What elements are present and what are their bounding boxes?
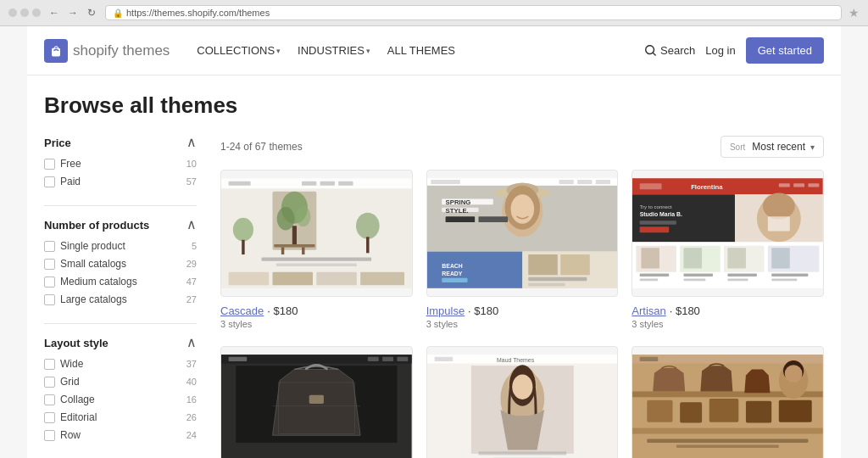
- svg-rect-118: [746, 401, 771, 423]
- page-title: Browse all themes: [44, 92, 824, 119]
- theme-price-cascade: · $180: [267, 304, 298, 317]
- svg-rect-120: [648, 439, 809, 443]
- svg-point-102: [512, 375, 532, 399]
- svg-point-9: [296, 206, 310, 226]
- filter-item-free[interactable]: Free 10: [44, 158, 197, 170]
- theme-name-cascade[interactable]: Cascade: [220, 304, 264, 317]
- filter-number-products-toggle: ∧: [186, 218, 197, 232]
- results-count: 1-24 of 67 themes: [220, 141, 303, 153]
- svg-rect-28: [577, 180, 592, 184]
- chevron-down-icon: ▾: [810, 142, 815, 152]
- theme-styles-cascade: 3 styles: [220, 319, 413, 329]
- theme-name-impulse[interactable]: Impulse: [426, 304, 465, 317]
- theme-preview-artisan: Florentina Try to connect Studio Maria B…: [632, 170, 824, 297]
- search-button[interactable]: Search: [645, 44, 695, 57]
- theme-card-bottom2[interactable]: Maud Themes: [426, 346, 619, 458]
- filter-checkbox-editorial[interactable]: [44, 412, 55, 423]
- filter-item-single[interactable]: Single product 5: [44, 240, 197, 252]
- filter-item-small[interactable]: Small catalogs 29: [44, 258, 197, 270]
- filter-item-row[interactable]: Row 24: [44, 429, 197, 441]
- svg-text:Florentina: Florentina: [691, 183, 723, 191]
- theme-card-bottom1[interactable]: [220, 346, 413, 458]
- theme-info-impulse: Impulse · $180 3 styles: [426, 297, 619, 332]
- address-bar[interactable]: 🔒 https://themes.shopify.com/themes: [105, 5, 842, 20]
- logo[interactable]: shopify themes: [44, 39, 170, 63]
- theme-styles-impulse: 3 styles: [426, 319, 619, 329]
- filter-number-products-header[interactable]: Number of products ∧: [44, 218, 197, 232]
- svg-rect-61: [640, 221, 676, 224]
- filter-checkbox-wide[interactable]: [44, 359, 55, 370]
- filter-checkbox-paid[interactable]: [44, 176, 55, 187]
- svg-rect-10: [292, 226, 297, 246]
- filter-checkbox-large[interactable]: [44, 294, 55, 305]
- svg-rect-96: [434, 357, 453, 361]
- maximize-button[interactable]: [32, 8, 41, 17]
- logo-icon: [44, 39, 68, 63]
- svg-rect-89: [397, 357, 408, 361]
- svg-rect-4: [320, 182, 335, 186]
- login-button[interactable]: Log in: [705, 44, 735, 57]
- sort-dropdown[interactable]: Sort Most recent ▾: [721, 136, 824, 158]
- svg-rect-47: [528, 254, 558, 275]
- filter-price-toggle: ∧: [186, 136, 197, 149]
- nav-link-collections[interactable]: COLLECTIONS ▾: [190, 41, 287, 60]
- svg-rect-12: [281, 247, 284, 254]
- svg-rect-27: [559, 180, 573, 184]
- svg-rect-58: [632, 194, 735, 242]
- svg-rect-11: [274, 244, 314, 247]
- svg-rect-19: [276, 263, 357, 265]
- filter-item-grid[interactable]: Grid 40: [44, 376, 197, 388]
- svg-rect-115: [648, 400, 673, 422]
- svg-rect-103: [478, 451, 566, 455]
- svg-text:SPRING: SPRING: [445, 198, 470, 206]
- filter-checkbox-free[interactable]: [44, 159, 55, 170]
- svg-rect-53: [640, 183, 662, 189]
- theme-card-artisan[interactable]: Florentina Try to connect Studio Maria B…: [632, 170, 824, 332]
- svg-rect-83: [772, 248, 791, 268]
- theme-card-impulse[interactable]: SPRING STYLE. BEACH READY: [426, 170, 619, 332]
- filter-price-header[interactable]: Price ∧: [44, 136, 197, 149]
- search-icon: [645, 45, 657, 57]
- theme-preview-bottom1: [220, 346, 413, 458]
- themes-area: 1-24 of 67 themes Sort Most recent ▾: [220, 136, 824, 458]
- filter-checkbox-small[interactable]: [44, 259, 55, 270]
- filter-checkbox-medium[interactable]: [44, 276, 55, 288]
- minimize-button[interactable]: [20, 8, 29, 17]
- svg-point-35: [510, 194, 534, 224]
- svg-rect-49: [528, 277, 587, 281]
- filter-checkbox-grid[interactable]: [44, 377, 55, 388]
- filter-item-collage[interactable]: Collage 16: [44, 394, 197, 405]
- svg-rect-75: [772, 274, 809, 276]
- nav-link-all-themes[interactable]: ALL THEMES: [381, 41, 462, 60]
- svg-rect-23: [360, 272, 404, 286]
- filter-item-paid[interactable]: Paid 57: [44, 176, 197, 187]
- filter-section-number-products: Number of products ∧ Single product 5 Sm…: [44, 206, 197, 324]
- filter-checkbox-single[interactable]: [44, 241, 55, 252]
- get-started-button[interactable]: Get started: [746, 37, 824, 64]
- svg-rect-121: [676, 444, 779, 447]
- theme-card-cascade[interactable]: Cascade · $180 3 styles: [220, 170, 413, 332]
- svg-rect-42: [427, 252, 522, 288]
- theme-grid: Cascade · $180 3 styles: [220, 170, 824, 458]
- forward-button[interactable]: →: [66, 6, 80, 20]
- svg-rect-18: [262, 258, 372, 261]
- filter-layout-style-header[interactable]: Layout style ∧: [44, 336, 197, 349]
- nav-link-industries[interactable]: INDUSTRIES ▾: [291, 41, 377, 60]
- back-button[interactable]: ←: [47, 6, 61, 20]
- svg-point-8: [277, 207, 295, 231]
- bookmark-button[interactable]: ★: [849, 6, 860, 20]
- svg-rect-56: [793, 183, 804, 187]
- svg-rect-15: [242, 240, 244, 254]
- svg-point-114: [785, 365, 803, 383]
- close-button[interactable]: [8, 8, 17, 17]
- filter-item-large[interactable]: Large catalogs 27: [44, 293, 197, 305]
- filter-checkbox-row[interactable]: [44, 430, 55, 441]
- filter-item-medium[interactable]: Medium catalogs 47: [44, 276, 197, 288]
- filter-item-wide[interactable]: Wide 37: [44, 358, 197, 370]
- browser-window-buttons: [8, 8, 41, 17]
- theme-card-bottom3[interactable]: [632, 346, 824, 458]
- filter-item-editorial[interactable]: Editorial 26: [44, 411, 197, 423]
- filter-checkbox-collage[interactable]: [44, 394, 55, 405]
- theme-name-artisan[interactable]: Artisan: [632, 304, 665, 317]
- reload-button[interactable]: ↻: [85, 6, 98, 20]
